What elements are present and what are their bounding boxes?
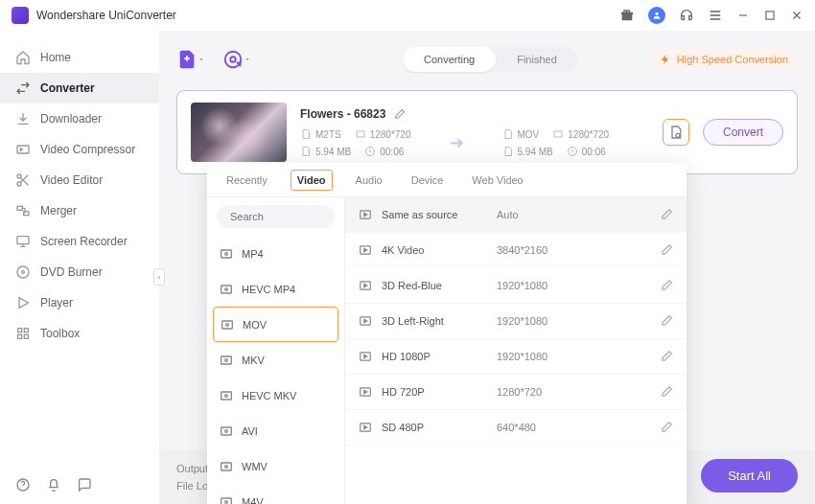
segment-finished[interactable]: Finished [496,47,578,72]
edit-preset-icon[interactable] [660,385,673,399]
menu-icon[interactable] [708,8,723,23]
format-item-wmv[interactable]: WMV [207,448,344,484]
resolution-item[interactable]: 3D Left-Right1920*1080 [345,304,687,339]
format-item-mkv[interactable]: MKV [207,342,344,378]
format-icon [219,424,234,439]
src-resolution: 1280*720 [370,129,411,140]
svg-rect-32 [221,392,232,400]
gift-icon[interactable] [619,8,635,23]
converter-icon [15,80,31,96]
dropdown-tab-web-video[interactable]: Web Video [466,171,528,190]
maximize-button[interactable] [763,9,777,22]
svg-point-27 [225,287,228,290]
sidebar-item-toolbox[interactable]: Toolbox [0,318,159,349]
sidebar-item-editor[interactable]: Video Editor [0,165,159,195]
format-icon [219,494,234,505]
rename-icon[interactable] [393,108,406,121]
add-folder-button[interactable] [222,49,251,70]
resolution-value: 640*480 [497,422,650,433]
sidebar-item-recorder[interactable]: Screen Recorder [0,226,159,257]
add-file-button[interactable] [176,49,205,70]
headset-icon[interactable] [679,8,694,23]
resolution-item[interactable]: HD 720P1280*720 [345,375,687,410]
high-speed-toggle[interactable]: High Speed Conversion [650,50,798,69]
resolution-item[interactable]: 4K Video3840*2160 [345,233,687,268]
chevron-down-icon [198,56,205,63]
segment-converting[interactable]: Converting [403,47,496,72]
format-item-hevc-mp4[interactable]: HEVC MP4 [207,271,344,307]
sidebar-item-label: Home [40,51,71,64]
video-thumbnail[interactable] [191,103,287,162]
resolution-name: 4K Video [382,244,487,256]
resolution-item[interactable]: 3D Red-Blue1920*1080 [345,268,687,304]
svg-point-0 [655,12,658,15]
svg-point-33 [225,394,228,397]
svg-marker-10 [19,298,28,309]
sidebar-item-converter[interactable]: Converter [0,73,159,103]
src-duration: 00:06 [380,147,404,157]
arrow-icon: ➜ [450,132,464,153]
grid-icon [15,326,31,341]
dropdown-tab-recently[interactable]: Recently [221,171,273,190]
resolution-item[interactable]: Same as sourceAuto [345,197,687,233]
sidebar-item-dvd[interactable]: DVD Burner [0,257,159,287]
resolution-value: 1920*1080 [497,280,650,291]
sidebar-item-merger[interactable]: Merger [0,195,159,226]
sidebar-item-label: Player [40,296,73,309]
help-icon[interactable] [15,477,31,493]
preset-icon [359,208,372,221]
dst-duration: 00:06 [582,147,606,157]
dropdown-tab-device[interactable]: Device [406,171,450,190]
search-input[interactable] [230,211,362,222]
edit-preset-icon[interactable] [660,350,673,363]
convert-button[interactable]: Convert [703,119,783,146]
resolution-name: SD 480P [382,422,487,433]
user-avatar[interactable] [648,7,665,24]
svg-point-16 [225,52,242,68]
src-size: 5.94 MB [315,147,351,157]
format-item-hevc-mkv[interactable]: HEVC MKV [207,378,344,413]
edit-preset-icon[interactable] [660,208,673,221]
close-button[interactable] [790,9,803,22]
sidebar-item-downloader[interactable]: Downloader [0,103,159,134]
format-item-mov[interactable]: MOV [213,307,338,342]
bell-icon[interactable] [46,477,61,493]
resolution-item[interactable]: HD 1080P1920*1080 [345,339,687,375]
svg-rect-12 [24,329,28,332]
sidebar-item-compressor[interactable]: Video Compressor [0,134,159,165]
format-item-avi[interactable]: AVI [207,413,344,448]
sidebar-item-label: Merger [40,204,77,218]
resolution-item[interactable]: SD 480P640*480 [345,410,687,446]
svg-point-25 [225,252,228,255]
preset-icon [359,243,372,257]
edit-preset-icon[interactable] [660,421,673,434]
preset-icon [359,421,372,434]
format-item-m4v[interactable]: M4V [207,484,344,504]
svg-rect-1 [766,11,774,19]
format-settings-button[interactable] [663,119,689,146]
format-label: HEVC MKV [242,390,296,401]
edit-preset-icon[interactable] [660,279,673,292]
svg-rect-24 [221,250,232,258]
output-label: Output [176,463,208,474]
format-item-mp4[interactable]: MP4 [207,236,344,271]
preset-icon [359,279,372,292]
svg-rect-34 [221,427,232,435]
edit-preset-icon[interactable] [660,314,673,328]
sidebar-item-home[interactable]: Home [0,42,159,73]
high-speed-label: High Speed Conversion [677,54,788,65]
feedback-icon[interactable] [77,477,92,493]
sidebar-item-label: Video Compressor [40,143,135,156]
format-search[interactable] [217,205,335,228]
svg-point-3 [17,174,21,178]
sidebar-item-player[interactable]: Player [0,287,159,318]
svg-point-39 [225,500,228,503]
size-icon [502,146,514,157]
dropdown-tab-video[interactable]: Video [291,170,333,191]
edit-preset-icon[interactable] [660,243,673,257]
minimize-button[interactable] [736,9,750,22]
svg-rect-20 [554,131,562,137]
dropdown-tab-audio[interactable]: Audio [350,171,388,190]
svg-point-31 [225,358,228,361]
start-all-button[interactable]: Start All [701,459,798,493]
